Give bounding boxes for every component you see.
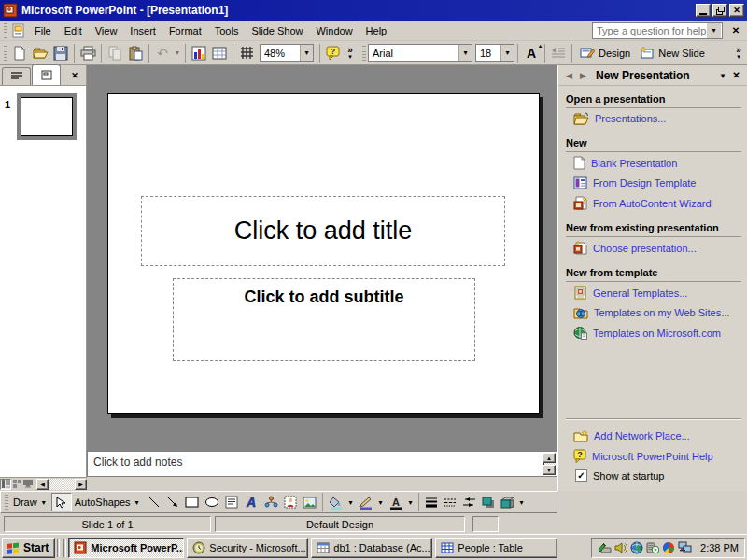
- undo-button[interactable]: ↶: [152, 43, 173, 63]
- new-slide-button[interactable]: New Slide: [635, 43, 710, 63]
- task-pane-dropdown-icon[interactable]: ▾: [716, 71, 729, 80]
- help-button[interactable]: ?: [323, 43, 344, 63]
- line-color-dropdown-icon[interactable]: ▾: [376, 498, 386, 507]
- menu-slide-show[interactable]: Slide Show: [245, 22, 309, 39]
- taskbar-button-security[interactable]: Security - Microsoft...: [187, 538, 308, 558]
- draw-menu-button[interactable]: Draw ▾: [10, 493, 51, 511]
- slide-canvas[interactable]: Click to add title Click to add subtitle: [107, 93, 540, 414]
- font-name-dropdown-icon[interactable]: ▾: [458, 45, 472, 61]
- link-templates-microsoft[interactable]: Templates on Microsoft.com: [566, 322, 741, 343]
- presentation-doc-icon[interactable]: [11, 23, 26, 38]
- select-objects-button[interactable]: [51, 493, 72, 511]
- link-general-templates[interactable]: General Templates...: [566, 282, 741, 302]
- close-button[interactable]: ✕: [729, 4, 744, 17]
- subtitle-placeholder[interactable]: Click to add subtitle: [173, 278, 475, 361]
- standard-toolbar-gripper[interactable]: [4, 46, 7, 61]
- formatting-toolbar-gripper[interactable]: [362, 46, 366, 61]
- open-button[interactable]: [30, 43, 50, 63]
- font-name-combobox[interactable]: Arial ▾: [368, 44, 472, 62]
- minimize-button[interactable]: [696, 4, 711, 17]
- decrease-indent-button[interactable]: [548, 43, 569, 63]
- zoom-combobox[interactable]: 48% ▾: [260, 44, 314, 62]
- taskbar-button-db1[interactable]: db1 : Database (Ac...: [311, 538, 432, 558]
- taskbar-button-powerpoint[interactable]: Microsoft PowerP...: [68, 538, 184, 558]
- threed-style-button[interactable]: [498, 493, 517, 511]
- save-button[interactable]: [50, 43, 71, 63]
- line-style-button[interactable]: [422, 493, 441, 511]
- menu-insert[interactable]: Insert: [123, 22, 162, 39]
- notes-pane[interactable]: Click to add notes ▲ ▼: [87, 451, 557, 477]
- normal-view-button[interactable]: [0, 479, 11, 490]
- insert-table-button[interactable]: [209, 43, 230, 63]
- powerpoint-app-icon[interactable]: [3, 3, 18, 18]
- safely-remove-hardware-icon[interactable]: [598, 541, 612, 554]
- design-button[interactable]: Design: [575, 43, 635, 63]
- horizontal-scrollbar-track[interactable]: [49, 479, 75, 490]
- menu-tools[interactable]: Tools: [208, 22, 246, 39]
- task-pane-back-button[interactable]: ◀: [562, 68, 576, 82]
- line-color-button[interactable]: [356, 493, 376, 511]
- task-pane-forward-button[interactable]: ▶: [576, 68, 590, 82]
- restore-button[interactable]: [712, 4, 727, 17]
- volume-icon[interactable]: [614, 541, 627, 554]
- scroll-right-button[interactable]: ▶: [75, 479, 87, 490]
- link-add-network-place[interactable]: Add Network Place...: [566, 426, 741, 445]
- notes-scroll-up-button[interactable]: ▲: [543, 453, 556, 463]
- link-from-autocontent-wizard[interactable]: From AutoContent Wizard: [566, 192, 741, 213]
- link-from-design-template[interactable]: From Design Template: [566, 173, 741, 192]
- link-blank-presentation[interactable]: Blank Presentation: [566, 152, 741, 173]
- drawing-toolbar-gripper[interactable]: [5, 495, 8, 510]
- link-choose-presentation[interactable]: Choose presentation...: [566, 237, 741, 258]
- wordart-button[interactable]: A: [241, 493, 261, 511]
- close-presentation-button[interactable]: ✕: [728, 23, 743, 38]
- arrow-button[interactable]: [163, 493, 182, 511]
- menu-format[interactable]: Format: [162, 22, 208, 39]
- insert-picture-button[interactable]: [300, 493, 319, 511]
- ask-question-box[interactable]: ▾: [592, 22, 723, 39]
- globe-network-icon[interactable]: [630, 541, 643, 554]
- msn-sphere-icon[interactable]: [662, 541, 675, 554]
- link-powerpoint-help[interactable]: ? Microsoft PowerPoint Help: [566, 445, 741, 466]
- slide-show-view-button[interactable]: [22, 479, 34, 490]
- show-grid-button[interactable]: [236, 43, 257, 63]
- taskbar-button-people-table[interactable]: People : Table: [435, 538, 557, 558]
- formatting-toolbar-options-button[interactable]: » ▾: [732, 43, 745, 63]
- menu-edit[interactable]: Edit: [58, 22, 89, 39]
- insert-chart-button[interactable]: [189, 43, 209, 63]
- font-size-dropdown-icon[interactable]: ▾: [500, 45, 514, 61]
- scroll-left-button[interactable]: ◀: [36, 479, 49, 490]
- notes-scrollbar[interactable]: ▲ ▼: [543, 453, 556, 475]
- drawbar-options-dropdown-icon[interactable]: ▾: [517, 498, 527, 507]
- title-placeholder[interactable]: Click to add title: [141, 196, 505, 266]
- increase-font-size-button[interactable]: A▴: [521, 43, 542, 63]
- menu-file[interactable]: File: [28, 22, 58, 39]
- new-button[interactable]: [9, 43, 30, 63]
- undo-dropdown-icon[interactable]: ▾: [173, 49, 182, 57]
- link-presentations[interactable]: Presentations...: [566, 108, 741, 128]
- network-connection-icon[interactable]: [678, 541, 692, 553]
- paste-button[interactable]: [125, 43, 146, 63]
- link-templates-web-sites[interactable]: Templates on my Web Sites...: [566, 302, 741, 322]
- clip-art-button[interactable]: [281, 493, 300, 511]
- notes-placeholder[interactable]: Click to add notes: [93, 455, 182, 469]
- menubar-gripper[interactable]: [4, 23, 7, 38]
- shadow-style-button[interactable]: [479, 493, 498, 511]
- dash-style-button[interactable]: [441, 493, 459, 511]
- menu-view[interactable]: View: [89, 22, 124, 39]
- ask-question-input[interactable]: [593, 25, 707, 36]
- font-color-button[interactable]: A: [386, 493, 406, 511]
- font-size-combobox[interactable]: 18 ▾: [475, 44, 514, 62]
- zoom-dropdown-icon[interactable]: ▾: [300, 45, 313, 61]
- close-pane-button[interactable]: ✕: [67, 68, 82, 82]
- slide-1-thumbnail[interactable]: [17, 93, 77, 140]
- status-design-name[interactable]: Default Design: [215, 516, 465, 532]
- diagram-button[interactable]: [261, 493, 281, 511]
- menu-window[interactable]: Window: [309, 22, 359, 39]
- start-button[interactable]: Start: [2, 538, 55, 558]
- slide-sorter-view-button[interactable]: [11, 479, 22, 490]
- text-box-button[interactable]: [222, 493, 241, 511]
- notes-scroll-down-button[interactable]: ▼: [543, 465, 556, 475]
- task-pane-close-button[interactable]: ✕: [729, 68, 743, 82]
- font-color-dropdown-icon[interactable]: ▾: [406, 498, 416, 507]
- tab-slides[interactable]: [32, 64, 61, 85]
